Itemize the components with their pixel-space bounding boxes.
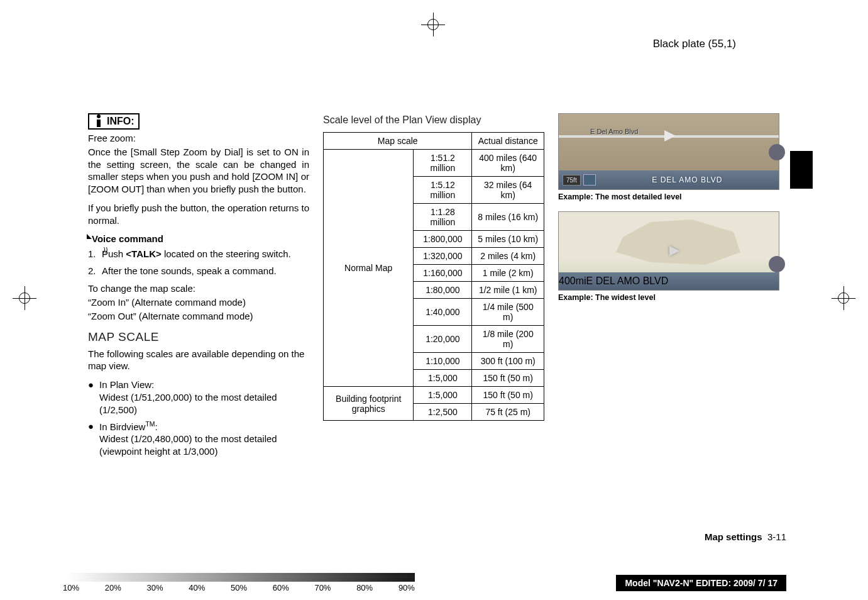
- distance-cell: 32 miles (64 km): [472, 177, 544, 204]
- scales-intro: The following scales are available depen…: [88, 348, 309, 373]
- info-label: INFO:: [107, 116, 135, 127]
- caption-detailed: Example: The most detailed level: [558, 192, 779, 201]
- gradient-label: 40%: [189, 583, 205, 592]
- map-menu-icon: [769, 256, 785, 272]
- voice-label: Voice command: [92, 233, 163, 244]
- arrow-icon: [669, 246, 679, 256]
- distance-cell: 75 ft (25 m): [472, 404, 544, 421]
- page-number: 3-11: [767, 531, 786, 542]
- map-screenshot-widest: 400mi E DEL AMO BLVD: [558, 211, 779, 291]
- gradient-label: 30%: [146, 583, 163, 592]
- map-road-label: E Del Amo Blvd: [590, 128, 638, 135]
- birdview-body: Widest (1/20,480,000) to the most detail…: [99, 433, 277, 457]
- distance-cell: 150 ft (50 m): [472, 370, 544, 387]
- plate-header: Black plate (55,1): [653, 38, 736, 50]
- column-2: Scale level of the Plan View display Map…: [323, 113, 544, 462]
- freezoom-body: Once the [Small Step Zoom by Dial] is se…: [88, 146, 309, 196]
- distance-cell: 8 miles (16 km): [472, 204, 544, 231]
- scale-cell: 1:51.2 million: [414, 150, 472, 177]
- gradient-calibration-bar: 10% 20% 30% 40% 50% 60% 70% 80% 90%: [63, 573, 415, 592]
- scale-cell: 1:800,000: [414, 231, 472, 248]
- gradient-label: 10%: [63, 583, 79, 592]
- distance-cell: 1/8 mile (200 m): [472, 326, 544, 353]
- scale-cell: 1:80,000: [414, 282, 472, 299]
- map-scale-heading: MAP SCALE: [88, 330, 309, 344]
- arrow-icon: [664, 130, 676, 142]
- gradient-label: 60%: [273, 583, 289, 592]
- birdview-label: In BirdviewTM:: [99, 421, 158, 432]
- plan-view-label: In Plan View:: [99, 379, 154, 390]
- column-1: INFO: Free zoom: Once the [Small Step Zo…: [88, 113, 309, 462]
- zoom-in-line: “Zoom In” (Alternate command mode): [88, 296, 309, 309]
- map-street-name: E DEL AMO BLVD: [652, 175, 722, 184]
- step1-post: located on the steering switch.: [162, 248, 291, 259]
- plan-view-body: Widest (1/51,200,000) to the most detail…: [99, 392, 277, 415]
- step-1: 1. Push <TALK> located on the steering s…: [88, 248, 309, 260]
- freezoom-body2: If you briefly push the button, the oper…: [88, 202, 309, 227]
- gradient-label: 80%: [356, 583, 373, 592]
- scale-table: Map scale Actual distance Normal Map 1:5…: [323, 132, 544, 421]
- th-actual-distance: Actual distance: [472, 133, 544, 150]
- scale-cell: 1:1.28 million: [414, 204, 472, 231]
- scale-cell: 1:5.12 million: [414, 177, 472, 204]
- scale-cell: 1:5,000: [414, 370, 472, 387]
- scale-cell: 1:320,000: [414, 248, 472, 265]
- building-footprint-label: Building footprint graphics: [324, 387, 414, 421]
- scale-cell: 1:40,000: [414, 299, 472, 326]
- distance-cell: 1 mile (2 km): [472, 265, 544, 282]
- section-label: Map settings: [705, 531, 762, 542]
- step2-body: After the tone sounds, speak a command.: [102, 265, 309, 277]
- info-icon: [93, 116, 104, 127]
- map-screenshot-detailed: E Del Amo Blvd 75ft E DEL AMO BLVD: [558, 113, 779, 190]
- distance-cell: 1/2 mile (1 km): [472, 282, 544, 299]
- talk-button-label: <TALK>: [126, 248, 161, 259]
- register-mark-right: [832, 286, 855, 310]
- scale-cell: 1:20,000: [414, 326, 472, 353]
- map-menu-icon: [769, 144, 785, 160]
- normal-map-label: Normal Map: [324, 150, 414, 387]
- step-2: 2. After the tone sounds, speak a comman…: [88, 265, 309, 277]
- bullet-plan-view: ● In Plan View: Widest (1/51,200,000) to…: [88, 379, 309, 416]
- freezoom-title: Free zoom:: [88, 132, 309, 145]
- distance-cell: 400 miles (640 km): [472, 150, 544, 177]
- distance-cell: 5 miles (10 km): [472, 231, 544, 248]
- voice-command-heading: )) Voice command: [88, 233, 309, 244]
- map-2d-icon: [583, 174, 596, 186]
- gradient-label: 90%: [398, 583, 415, 592]
- page-tab: [790, 151, 813, 189]
- distance-cell: 2 miles (4 km): [472, 248, 544, 265]
- caption-widest: Example: The widest level: [558, 293, 779, 302]
- map-scale-indicator: 400mi: [559, 275, 586, 287]
- gradient-label: 50%: [231, 583, 247, 592]
- info-callout: INFO:: [88, 113, 140, 130]
- scale-cell: 1:10,000: [414, 353, 472, 370]
- distance-cell: 300 ft (100 m): [472, 353, 544, 370]
- page-footer: Map settings 3-11: [705, 531, 786, 542]
- gradient-label: 20%: [105, 583, 121, 592]
- plan-view-table-heading: Scale level of the Plan View display: [323, 114, 544, 126]
- register-mark-left: [13, 286, 36, 310]
- column-3: E Del Amo Blvd 75ft E DEL AMO BLVD Examp…: [558, 113, 779, 462]
- map-street-name: E DEL AMO BLVD: [586, 275, 669, 287]
- th-mapscale: Map scale: [324, 133, 472, 150]
- distance-cell: 150 ft (50 m): [472, 387, 544, 404]
- bullet-birdview: ● In BirdviewTM: Widest (1/20,480,000) t…: [88, 420, 309, 458]
- zoom-out-line: “Zoom Out” (Alternate command mode): [88, 310, 309, 323]
- scale-cell: 1:2,500: [414, 404, 472, 421]
- scale-cell: 1:5,000: [414, 387, 472, 404]
- scale-cell: 1:160,000: [414, 265, 472, 282]
- model-bar: Model "NAV2-N" EDITED: 2009/ 7/ 17: [616, 575, 786, 591]
- register-mark-top: [421, 13, 445, 36]
- gradient-label: 70%: [314, 583, 331, 592]
- map-scale-indicator: 75ft: [563, 175, 581, 186]
- distance-cell: 1/4 mile (500 m): [472, 299, 544, 326]
- change-mapscale-line: To change the map scale:: [88, 282, 309, 295]
